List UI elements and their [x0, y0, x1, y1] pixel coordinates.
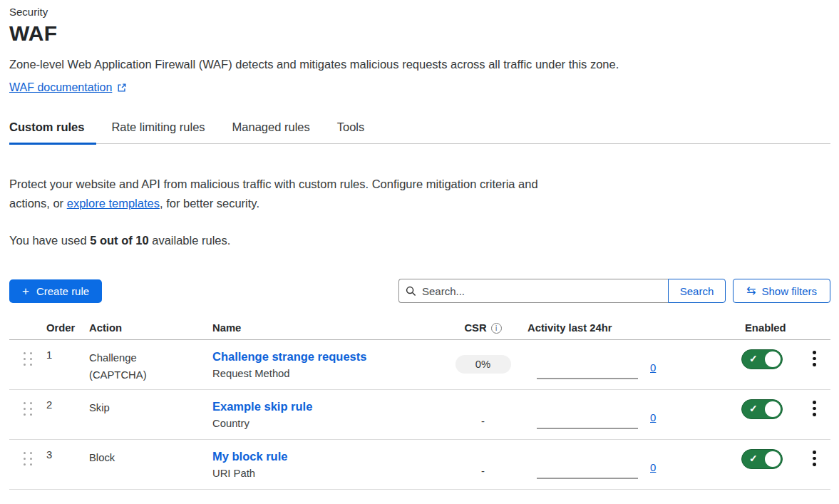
rule-menu-cell [798, 390, 830, 418]
toggle-knob [765, 351, 781, 367]
breadcrumb: Security [9, 0, 830, 18]
usage-text: You have used 5 out of 10 available rule… [9, 234, 830, 247]
rule-field: Country [212, 418, 446, 429]
activity-sparkline [537, 478, 638, 479]
rule-activity: 0 [520, 440, 670, 489]
show-filters-button[interactable]: ⇆ Show filters [733, 279, 830, 303]
table-row: 1 Challenge (CAPTCHA) Challenge strange … [9, 340, 830, 390]
rule-activity: 0 [520, 390, 670, 439]
drag-handle-icon [21, 349, 35, 369]
rule-order: 1 [46, 340, 89, 361]
rule-menu-cell [798, 340, 830, 368]
rule-csr: - [446, 440, 520, 477]
rules-table: Order Action Name CSR i Activity last 24… [9, 322, 830, 490]
activity-count-link[interactable]: 0 [650, 462, 656, 473]
plus-icon: + [22, 285, 29, 297]
table-row: 3 Block My block rule URI Path - 0 ✓ [9, 440, 830, 490]
create-rule-button[interactable]: + Create rule [9, 279, 102, 303]
waf-documentation-label: WAF documentation [9, 81, 112, 94]
tab-custom-rules[interactable]: Custom rules [9, 120, 96, 143]
drag-handle[interactable] [9, 390, 46, 418]
rule-name-link[interactable]: Example skip rule [212, 399, 446, 413]
tab-rate-limiting-rules[interactable]: Rate limiting rules [111, 120, 217, 143]
swap-arrows-icon: ⇆ [746, 285, 756, 297]
drag-handle[interactable] [9, 440, 46, 468]
create-rule-label: Create rule [36, 285, 89, 297]
usage-before: You have used [9, 234, 90, 247]
column-header-enabled: Enabled [741, 322, 798, 334]
search-input[interactable] [398, 279, 668, 303]
rule-name-cell: My block rule URI Path [212, 440, 446, 479]
rule-field: Request Method [212, 368, 446, 379]
check-icon: ✓ [749, 353, 758, 364]
search-group: Search [398, 279, 726, 303]
intro-after: , for better security. [160, 197, 259, 210]
show-filters-label: Show filters [761, 285, 817, 297]
rule-order: 2 [46, 390, 89, 411]
info-icon[interactable]: i [491, 323, 502, 334]
rule-enabled-cell: ✓ [741, 440, 798, 469]
rule-action: Skip [89, 390, 212, 416]
drag-handle-icon [21, 449, 35, 468]
tab-bar: Custom rules Rate limiting rules Managed… [9, 120, 830, 144]
waf-page: Security WAF Zone-level Web Application … [9, 0, 830, 490]
rule-csr: - [446, 390, 520, 427]
waf-documentation-link[interactable]: WAF documentation [9, 81, 127, 94]
rule-name-link[interactable]: My block rule [212, 449, 446, 463]
page-description: Zone-level Web Application Firewall (WAF… [9, 58, 830, 71]
column-header-activity: Activity last 24hr [520, 322, 670, 334]
activity-sparkline [537, 378, 638, 379]
check-icon: ✓ [749, 453, 758, 464]
tab-managed-rules[interactable]: Managed rules [232, 120, 322, 143]
rule-enabled-cell: ✓ [741, 340, 798, 369]
rule-activity: 0 [520, 340, 670, 389]
row-spacer [670, 440, 741, 449]
rule-name-cell: Example skip rule Country [212, 390, 446, 429]
activity-sparkline [537, 428, 638, 429]
page-title: WAF [9, 21, 830, 46]
csr-value: - [481, 416, 485, 427]
usage-count: 5 out of 10 [90, 234, 149, 247]
toolbar-right: Search ⇆ Show filters [398, 279, 830, 303]
toolbar: + Create rule Search ⇆ Show filters [9, 279, 830, 303]
rule-field: URI Path [212, 468, 446, 479]
toggle-knob [765, 451, 781, 467]
rule-menu-cell [798, 440, 830, 468]
rule-order: 3 [46, 440, 89, 461]
table-header-row: Order Action Name CSR i Activity last 24… [9, 322, 830, 340]
tab-tools[interactable]: Tools [337, 120, 377, 143]
activity-count-link[interactable]: 0 [650, 362, 656, 373]
rule-name-cell: Challenge strange requests Request Metho… [212, 340, 446, 379]
csr-value: - [481, 466, 485, 477]
toggle-knob [765, 401, 781, 417]
kebab-menu-icon[interactable] [808, 349, 820, 368]
row-spacer [670, 390, 741, 399]
csr-badge: 0% [455, 355, 511, 374]
drag-handle[interactable] [9, 340, 46, 369]
explore-templates-link[interactable]: explore templates [67, 197, 160, 210]
usage-after: available rules. [149, 234, 231, 247]
search-icon [406, 286, 416, 297]
rule-enabled-cell: ✓ [741, 390, 798, 419]
enabled-toggle[interactable]: ✓ [741, 349, 783, 369]
external-link-icon [117, 83, 127, 93]
kebab-menu-icon[interactable] [808, 449, 820, 468]
search-button[interactable]: Search [668, 279, 726, 303]
column-header-order: Order [46, 322, 89, 334]
enabled-toggle[interactable]: ✓ [741, 399, 783, 419]
column-header-name: Name [212, 322, 446, 334]
rule-name-link[interactable]: Challenge strange requests [212, 349, 446, 364]
drag-handle-icon [21, 399, 35, 418]
column-header-csr: CSR i [446, 322, 520, 334]
search-input-wrap [398, 279, 668, 303]
row-spacer [670, 340, 741, 349]
kebab-menu-icon[interactable] [808, 399, 820, 418]
intro-text: Protect your website and API from malici… [9, 175, 540, 213]
csr-header-label: CSR [464, 322, 486, 334]
table-row: 2 Skip Example skip rule Country - 0 ✓ [9, 390, 830, 440]
rule-action: Challenge (CAPTCHA) [89, 340, 212, 384]
check-icon: ✓ [749, 403, 758, 414]
rule-action: Block [89, 440, 212, 466]
enabled-toggle[interactable]: ✓ [741, 449, 783, 469]
activity-count-link[interactable]: 0 [650, 412, 656, 423]
